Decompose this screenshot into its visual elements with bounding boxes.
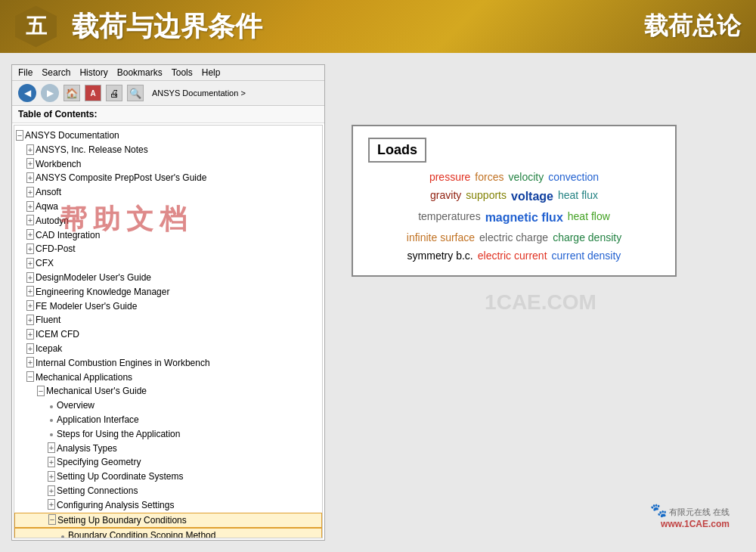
tree-item[interactable]: −Mechanical User's Guide (14, 384, 322, 398)
tree-item[interactable]: +ANSYS Composite PrepPost User's Guide (14, 171, 322, 185)
loads-word: supports (466, 187, 507, 206)
tree-item[interactable]: +Setting Up Coordinate Systems (14, 470, 322, 484)
tree-toggle-icon[interactable]: + (25, 243, 36, 255)
back-button[interactable]: ◀ (18, 84, 36, 102)
tree-label: ANSYS, Inc. Release Notes (36, 144, 322, 157)
tree-item[interactable]: +Ansoft (14, 185, 322, 200)
tree-label: Autodyn (36, 215, 322, 228)
tree-item[interactable]: +Workbench (14, 157, 322, 172)
tree-toggle-icon[interactable]: + (46, 471, 57, 482)
loads-word: electric current (478, 247, 547, 264)
tree-toggle-icon[interactable]: + (46, 442, 57, 454)
tree-toggle-icon[interactable]: + (25, 286, 36, 297)
logo-icon[interactable]: A (85, 85, 101, 101)
tree-item[interactable]: +ANSYS, Inc. Release Notes (14, 143, 322, 157)
tree-item[interactable]: +Internal Combustion Engines in Workbenc… (14, 356, 322, 371)
loads-word-line: temperaturesmagnetic fluxheat flow (368, 208, 660, 228)
tree-label: Application Interface (57, 414, 322, 426)
home-icon[interactable]: 🏠 (64, 85, 80, 101)
menu-help[interactable]: Help (202, 67, 221, 78)
tree-toggle-icon[interactable]: + (25, 300, 36, 312)
tree-label: DesignModeler User's Guide (36, 271, 322, 284)
tree-container[interactable]: 帮助文档 −ANSYS Documentation+ANSYS, Inc. Re… (14, 125, 323, 538)
loads-word: magnetic flux (485, 208, 563, 228)
tree-item[interactable]: +Setting Connections (14, 484, 322, 498)
tree-toggle-icon[interactable]: + (25, 258, 36, 269)
tree-toggle-icon[interactable]: − (36, 386, 46, 397)
tree-toggle-icon[interactable]: + (25, 357, 36, 368)
tree-item[interactable]: +ICEM CFD (14, 327, 322, 342)
loads-word: symmetry b.c. (407, 247, 473, 264)
tree-item[interactable]: +Autodyn (14, 214, 322, 228)
bottom-logo: 🐾 有限元在线 在线 www.1CAE.com (650, 502, 730, 529)
menu-tools[interactable]: Tools (172, 67, 193, 78)
tree-item[interactable]: +Engineering Knowledge Manager (14, 285, 322, 299)
tree-item[interactable]: +Aqwa (14, 200, 322, 214)
tree-toggle-icon[interactable]: + (25, 229, 36, 240)
tree-item[interactable]: −Setting Up Boundary Conditions (14, 513, 322, 529)
loads-word: velocity (508, 169, 544, 185)
menu-bookmarks[interactable]: Bookmarks (117, 67, 163, 78)
tree-item[interactable]: +Icepak (14, 342, 322, 356)
menu-bar: File Search History Bookmarks Tools Help (12, 65, 324, 81)
tree-toggle-icon[interactable]: − (47, 514, 57, 526)
tree-item[interactable]: Application Interface (14, 413, 322, 427)
forward-button[interactable]: ▶ (41, 84, 59, 102)
help-browser: File Search History Bookmarks Tools Help… (11, 64, 325, 541)
tree-item[interactable]: −Mechanical Applications (14, 371, 322, 385)
loads-word-line: pressureforcesvelocityconvection (368, 169, 660, 185)
tree-label: Aqwa (36, 200, 322, 213)
tree-toggle-icon[interactable]: + (46, 485, 57, 497)
menu-history[interactable]: History (79, 67, 107, 78)
tree-toggle-icon[interactable]: + (25, 329, 36, 340)
header-title: 载荷与边界条件 (72, 8, 629, 45)
tree-toggle-icon[interactable]: + (46, 457, 57, 468)
tree-item[interactable]: +Configuring Analysis Settings (14, 498, 322, 513)
toolbar: ◀ ▶ 🏠 A 🖨 🔍 ANSYS Documentation > (12, 81, 324, 106)
tree-item[interactable]: +CFD-Post (14, 242, 322, 256)
tree-toggle-icon[interactable]: + (25, 187, 36, 198)
tree-item[interactable]: +CAD Integration (14, 228, 322, 243)
tree-toggle-icon[interactable]: + (25, 215, 36, 226)
loads-word: pressure (429, 169, 470, 185)
tree-toggle-icon[interactable]: + (25, 201, 36, 212)
tree-toggle-icon[interactable] (57, 531, 68, 538)
tree-item[interactable]: Overview (14, 398, 322, 413)
tree-toggle-icon[interactable] (46, 401, 57, 411)
tree-toggle-icon[interactable]: + (25, 315, 36, 326)
tree-label: CFX (36, 257, 322, 270)
watermark: 1CAE.COM (485, 290, 596, 315)
tree-item[interactable]: +Specifying Geometry (14, 455, 322, 470)
tree-item[interactable]: +Analysis Types (14, 442, 322, 456)
leaf-indicator (50, 405, 53, 408)
tree-label: Analysis Types (57, 442, 322, 455)
tree-item[interactable]: +DesignModeler User's Guide (14, 271, 322, 285)
tree-toggle-icon[interactable]: + (25, 343, 36, 355)
tree-label: ANSYS Composite PrepPost User's Guide (36, 172, 322, 185)
tree-item[interactable]: −ANSYS Documentation (14, 129, 322, 143)
tree-toggle-icon[interactable]: + (25, 272, 36, 284)
header-number: 五 (15, 6, 57, 48)
tree-toggle-icon[interactable]: + (25, 172, 36, 184)
search-icon[interactable]: 🔍 (127, 85, 144, 101)
leaf-indicator (50, 419, 53, 422)
tree-toggle-icon[interactable]: + (25, 144, 36, 156)
tree-label: Mechanical User's Guide (46, 385, 322, 398)
tree-toggle-icon[interactable]: − (14, 130, 25, 141)
tree-item[interactable]: +Fluent (14, 313, 322, 327)
tree-label: ANSYS Documentation (25, 129, 322, 142)
tree-toggle-icon[interactable]: − (25, 371, 36, 383)
tree-toggle-icon[interactable] (46, 429, 57, 439)
tree-item[interactable]: Boundary Condition Scoping Method (14, 528, 322, 538)
menu-file[interactable]: File (18, 67, 33, 78)
tree-item[interactable]: +FE Modeler User's Guide (14, 299, 322, 314)
print-icon[interactable]: 🖨 (106, 85, 122, 101)
tree-toggle-icon[interactable]: + (46, 499, 57, 510)
tree-item[interactable]: +CFX (14, 256, 322, 271)
tree-label: Boundary Condition Scoping Method (68, 529, 321, 538)
right-panel: 1CAE.COM Loads pressureforcesvelocitycon… (336, 64, 745, 541)
tree-toggle-icon[interactable]: + (25, 158, 36, 169)
tree-toggle-icon[interactable] (46, 414, 57, 425)
tree-item[interactable]: Steps for Using the Application (14, 427, 322, 442)
menu-search[interactable]: Search (42, 67, 70, 78)
